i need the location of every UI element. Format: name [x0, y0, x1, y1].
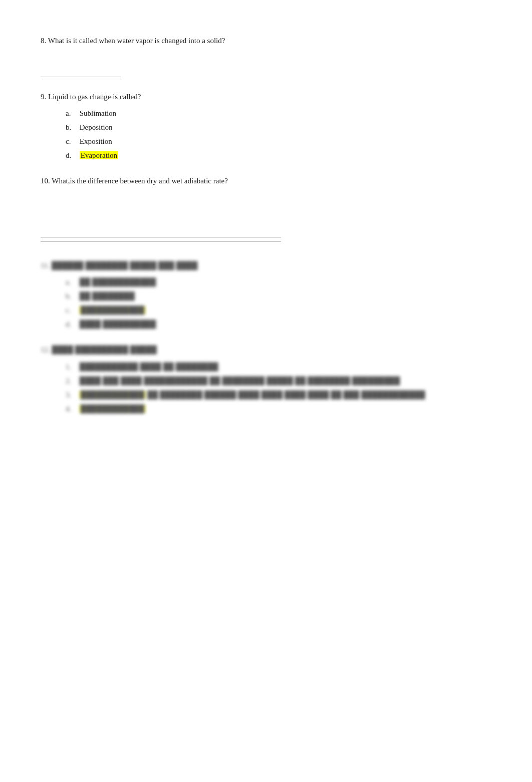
q11-choices: a. ██ ████████████ b. ██ ████████ c. ███…: [41, 276, 491, 330]
q12-choice-2-label: 2.: [66, 375, 78, 387]
q12-choice-2: 2. ████ ███ ████ ████████████ ██ ███████…: [66, 375, 491, 387]
q9-choice-c-text: Exposition: [80, 137, 112, 145]
question-12-text: 12. ████ ██████████ █████: [41, 344, 491, 356]
q8-question: What is it called when water vapor is ch…: [48, 37, 225, 45]
q9-choice-c-label: c.: [66, 135, 78, 147]
question-8-block: 8. What is it called when water vapor is…: [41, 35, 491, 77]
q9-choice-b-label: b.: [66, 121, 78, 133]
q12-choice-2-text: ████ ███ ████ ████████████ ██ ████████ █…: [80, 377, 400, 385]
q8-number: 8.: [41, 37, 46, 45]
q11-choice-c-label: c.: [66, 304, 78, 316]
q12-choice-3-label: 3.: [66, 389, 78, 401]
q11-choice-c-text: ████████████: [80, 306, 146, 314]
q11-choice-b-text: ██ ████████: [80, 292, 135, 300]
q12-choice-3: 3. ████████████ ██ ████████ ██████ ████ …: [66, 389, 491, 401]
q12-choice-1-label: 1.: [66, 361, 78, 373]
q11-choice-b-label: b.: [66, 290, 78, 302]
q11-choice-a: a. ██ ████████████: [66, 276, 491, 288]
q9-question: Liquid to gas change is called?: [48, 93, 141, 101]
q11-choice-d-text: ████ ██████████: [80, 320, 156, 328]
q9-choice-c: c. Exposition: [66, 135, 491, 147]
q12-choice-3-text: ████████████: [80, 391, 146, 399]
q9-choices: a. Sublimation b. Deposition c. Expositi…: [41, 107, 491, 161]
q9-choice-a-text: Sublimation: [80, 109, 116, 117]
question-9-text: 9. Liquid to gas change is called?: [41, 91, 491, 103]
q9-choice-a-label: a.: [66, 107, 78, 119]
question-11-block: 11. ██████ ████████ █████ ███ ████ a. ██…: [41, 260, 491, 331]
q9-number: 9.: [41, 93, 46, 101]
question-11-text: 11. ██████ ████████ █████ ███ ████: [41, 260, 491, 272]
question-9-block: 9. Liquid to gas change is called? a. Su…: [41, 91, 491, 162]
q10-line-1: [41, 237, 281, 237]
q9-choice-b-text: Deposition: [80, 123, 113, 131]
q11-choice-d-label: d.: [66, 318, 78, 330]
q12-choice-3-text-rest: ██ ████████ ██████ ████ ████ ████ ████ █…: [147, 391, 425, 399]
question-10-block: 10. What,is the difference between dry a…: [41, 175, 491, 246]
q8-answer-line: [41, 77, 121, 77]
q9-choice-d-label: d.: [66, 149, 78, 161]
q12-choice-4: 4. ████████████: [66, 403, 491, 415]
question-10-text: 10. What,is the difference between dry a…: [41, 175, 491, 187]
q11-choice-b: b. ██ ████████: [66, 290, 491, 302]
q11-choice-c: c. ████████████: [66, 304, 491, 316]
q10-answer-area: [41, 237, 491, 246]
q12-choice-1: 1. ███████████ ████ ██ ████████: [66, 361, 491, 373]
q10-line-2: [41, 241, 281, 242]
q9-choice-d-text: Evaporation: [80, 151, 118, 159]
page-content: 8. What is it called when water vapor is…: [41, 35, 491, 415]
q10-number: 10.: [41, 177, 50, 185]
q12-choice-4-text: ████████████: [80, 405, 146, 413]
q9-choice-d: d. Evaporation: [66, 149, 491, 161]
q11-choice-d: d. ████ ██████████: [66, 318, 491, 330]
q9-choice-a: a. Sublimation: [66, 107, 491, 119]
q12-choice-1-text: ███████████ ████ ██ ████████: [80, 363, 218, 371]
q9-choice-b: b. Deposition: [66, 121, 491, 133]
q11-choice-a-text: ██ ████████████: [80, 278, 156, 286]
q10-answer-lines: [41, 237, 491, 246]
question-8-text: 8. What is it called when water vapor is…: [41, 35, 491, 47]
q8-answer-area: [41, 77, 491, 77]
q11-choice-a-label: a.: [66, 276, 78, 288]
q10-question: What,is the difference between dry and w…: [52, 177, 228, 185]
q12-choices: 1. ███████████ ████ ██ ████████ 2. ████ …: [41, 361, 491, 415]
question-12-block: 12. ████ ██████████ █████ 1. ███████████…: [41, 344, 491, 415]
q12-choice-4-label: 4.: [66, 403, 78, 415]
